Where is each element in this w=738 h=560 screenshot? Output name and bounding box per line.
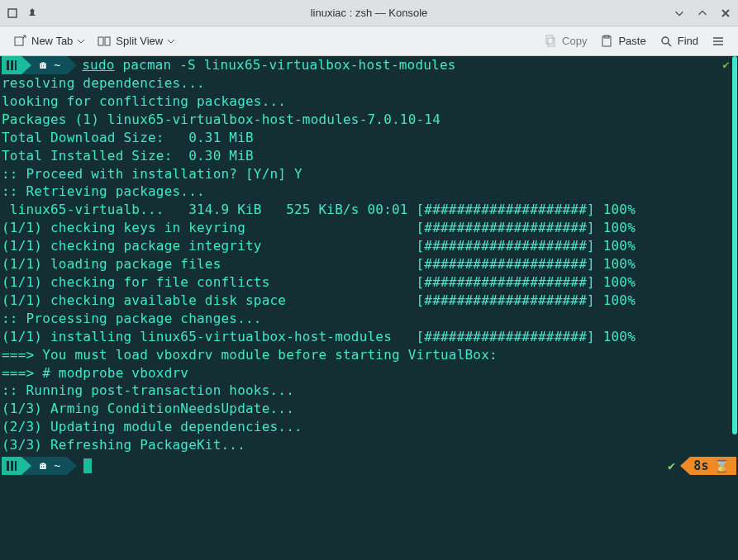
konsole-window: linuxiac : zsh — Konsole New Tab Split V… [0, 0, 738, 560]
prompt-path-segment: 🏠︎ ~ [31, 56, 67, 74]
svg-rect-0 [15, 37, 23, 45]
prompt-line: 🏠︎ ~ sudo pacman -S linux65-virtualbox-h… [2, 56, 736, 74]
terminal-output-line: linux65-virtualb... 314.9 KiB 525 KiB/s … [2, 201, 736, 219]
terminal-output-line: looking for conflicting packages... [2, 93, 736, 111]
terminal-output-line: (1/3) Arming ConditionNeedsUpdate... [2, 400, 736, 418]
svg-rect-10 [15, 60, 17, 70]
terminal-output-line: Total Installed Size: 0.30 MiB [2, 147, 736, 165]
terminal-output-line: :: Retrieving packages... [2, 183, 736, 201]
new-tab-icon [13, 35, 26, 48]
cmd-args: -S linux65-virtualbox-host-modules [171, 57, 455, 73]
status-timer-segment: 8s ⌛ [690, 457, 736, 475]
terminal-output-line: (3/3) Refreshing PackageKit... [2, 436, 736, 454]
hourglass-icon: ⌛ [714, 458, 730, 475]
terminal-output-line: resolving dependencies... [2, 74, 736, 93]
terminal-output-line: (1/1) checking package integrity [######… [2, 237, 736, 255]
maximize-button[interactable] [697, 7, 708, 19]
status-timer-value: 8s [693, 458, 708, 475]
minimize-button[interactable] [674, 7, 685, 19]
svg-rect-4 [548, 38, 555, 46]
new-tab-label: New Tab [31, 35, 73, 47]
terminal-output-line: (1/1) checking for file conflicts [#####… [2, 273, 736, 292]
paste-label: Paste [618, 35, 645, 47]
cmd-sudo: sudo [82, 57, 114, 73]
find-button[interactable]: Find [655, 31, 703, 51]
pin-icon[interactable] [26, 7, 38, 19]
svg-rect-13 [15, 461, 17, 471]
terminal-view[interactable]: 🏠︎ ~ sudo pacman -S linux65-virtualbox-h… [0, 56, 738, 560]
powerline-arrow-icon [680, 457, 690, 475]
prompt-tilde: ~ [54, 458, 60, 473]
new-tab-button[interactable]: New Tab [8, 31, 89, 51]
copy-button[interactable]: Copy [539, 31, 592, 51]
chevron-down-icon [78, 35, 84, 47]
hamburger-menu-button[interactable] [707, 31, 730, 51]
terminal-output-line: (1/1) installing linux65-virtualbox-host… [2, 328, 736, 346]
prompt-tilde: ~ [54, 58, 60, 73]
split-view-button[interactable]: Split View [93, 31, 179, 51]
copy-icon [544, 35, 557, 48]
terminal-output-line: :: Processing package changes... [2, 310, 736, 328]
svg-rect-12 [11, 461, 13, 471]
hamburger-icon [712, 35, 725, 48]
titlebar: linuxiac : zsh — Konsole [0, 0, 738, 26]
chevron-down-icon [168, 35, 174, 47]
home-icon: 🏠︎ [38, 58, 49, 73]
os-badge-icon [2, 56, 21, 74]
svg-rect-1 [98, 37, 103, 45]
terminal-output-line: (1/1) loading package files [###########… [2, 255, 736, 273]
terminal-output-line: :: Proceed with installation? [Y/n] Y [2, 165, 736, 183]
home-icon: 🏠︎ [38, 458, 49, 473]
powerline-arrow-icon [67, 56, 77, 74]
close-button[interactable] [720, 7, 731, 19]
split-view-label: Split View [116, 35, 163, 47]
terminal-output-line: Total Download Size: 0.31 MiB [2, 129, 736, 147]
terminal-output-line: ===> You must load vboxdrv module before… [2, 346, 736, 364]
window-title: linuxiac : zsh — Konsole [311, 7, 428, 19]
terminal-output-line: (2/3) Updating module dependencies... [2, 418, 736, 436]
svg-point-7 [662, 37, 669, 44]
terminal-output-line: (1/1) checking keys in keyring [########… [2, 219, 736, 237]
toolbar: New Tab Split View Copy Paste Find [0, 26, 738, 56]
terminal-cursor [83, 458, 92, 473]
terminal-output-line: :: Running post-transaction hooks... [2, 382, 736, 400]
scrollbar[interactable] [732, 56, 737, 434]
status-check-icon: ✔ [668, 458, 675, 475]
terminal-output-line: ===> # modprobe vboxdrv [2, 364, 736, 382]
terminal-output-line: (1/1) checking available disk space [###… [2, 292, 736, 310]
svg-rect-8 [7, 60, 9, 70]
powerline-arrow-icon [67, 457, 77, 475]
find-icon [659, 35, 673, 48]
terminal-output-line: Packages (1) linux65-virtualbox-host-mod… [2, 111, 736, 129]
prompt-path-segment: 🏠︎ ~ [31, 457, 67, 475]
svg-rect-3 [546, 36, 553, 44]
powerline-arrow-icon [21, 457, 31, 475]
powerline-arrow-icon [21, 56, 31, 74]
split-view-icon [98, 35, 111, 48]
find-label: Find [678, 35, 698, 47]
copy-label: Copy [562, 35, 587, 47]
svg-rect-9 [11, 60, 13, 70]
svg-rect-11 [7, 461, 9, 471]
command-text: sudo pacman -S linux65-virtualbox-host-m… [82, 56, 455, 74]
cmd-pacman: pacman [122, 57, 171, 73]
prompt-status-line: 🏠︎ ~ ✔ 8s ⌛ [2, 456, 736, 476]
os-badge-icon [2, 457, 21, 475]
paste-button[interactable]: Paste [595, 31, 650, 51]
svg-rect-2 [105, 37, 110, 45]
app-menu-icon[interactable] [7, 7, 18, 19]
paste-icon [600, 35, 613, 48]
